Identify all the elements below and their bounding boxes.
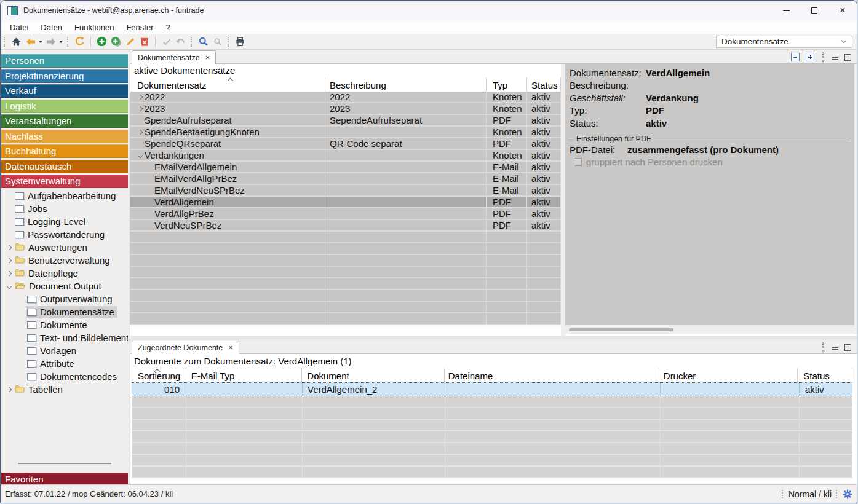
vertical-splitter[interactable]	[561, 64, 565, 336]
sidebar-item-datenpflege[interactable]: Datenpflege	[1, 267, 128, 280]
panel-menu-icon[interactable]	[820, 52, 825, 62]
doc-set-row-verdankungen[interactable]: VerdankungenKnotenaktiv	[130, 150, 561, 162]
menu-item-daten[interactable]: Daten	[34, 22, 68, 33]
chevron-right-icon[interactable]	[7, 270, 12, 275]
sidebar-section-datenaustausch[interactable]: Datenaustausch	[1, 160, 128, 173]
doc-set-row-spendeqrseparat[interactable]: SpendeQRseparatQR-Code separatPDFaktiv	[130, 138, 561, 150]
undo-button[interactable]	[173, 35, 188, 49]
sidebar-item-attribute[interactable]: Attribute	[1, 357, 128, 370]
sidebar-item-text-und-bildelemente[interactable]: Text- und Bildelemente	[1, 331, 128, 344]
confirm-button[interactable]	[159, 35, 173, 49]
back-dropdown-caret[interactable]	[39, 41, 42, 43]
context-selector[interactable]: Dokumentensätze	[716, 36, 852, 48]
toolbar-grip[interactable]	[191, 37, 193, 47]
chevron-down-icon[interactable]	[7, 283, 12, 288]
chevron-right-icon[interactable]	[138, 106, 143, 111]
add-button[interactable]	[95, 35, 109, 49]
detail-vscrollbar[interactable]	[854, 64, 857, 334]
assigned-document-row[interactable]: 010VerdAllgemein_2aktiv	[132, 382, 852, 396]
forward-button[interactable]	[44, 35, 58, 49]
sidebar-item-dokumente[interactable]: Dokumente	[1, 318, 128, 331]
doc-set-row-verdneusprbez[interactable]: VerdNeuSPrBezPDFaktiv	[130, 220, 561, 232]
doc-set-row-verdallgemein[interactable]: VerdAllgemeinPDFaktiv	[130, 197, 561, 208]
column-header-beschreibung[interactable]: Beschreibung	[325, 77, 487, 92]
doc-set-row-verdallgprbez[interactable]: VerdAllgPrBezPDFaktiv	[130, 208, 561, 220]
doc-set-row-emailverdneusprbez[interactable]: EMailVerdNeuSPrBezE-Mailaktiv	[130, 185, 561, 197]
panel-maximize-icon[interactable]	[844, 54, 851, 61]
print-button[interactable]	[233, 35, 247, 49]
menu-item-[interactable]: ?	[159, 22, 176, 33]
close-button[interactable]: ×	[828, 1, 857, 20]
collapse-all-icon[interactable]	[791, 53, 800, 61]
sidebar-item-outputverwaltung[interactable]: Outputverwaltung	[1, 293, 128, 305]
search-button[interactable]	[196, 35, 210, 49]
panel-menu-icon[interactable]	[820, 342, 825, 352]
doc-set-row-2023[interactable]: 20232023Knotenaktiv	[130, 103, 561, 115]
column-header-typ[interactable]: Typ	[487, 77, 527, 92]
expand-all-icon[interactable]	[806, 53, 814, 61]
column-header-dokumentensatz[interactable]: Dokumentensatz	[130, 77, 325, 92]
column-header-status[interactable]: Status	[798, 368, 852, 382]
sidebar-item-dokumentens-tze[interactable]: Dokumentensätze	[1, 305, 128, 318]
doc-set-row-spendebestaetigungknoten[interactable]: SpendeBestaetigungKnotenKnotenaktiv	[130, 127, 561, 138]
sidebar-section-buchhaltung[interactable]: Buchhaltung	[1, 144, 128, 158]
chevron-right-icon[interactable]	[138, 94, 143, 99]
minimize-button[interactable]	[772, 1, 800, 20]
sidebar-item-tabellen[interactable]: Tabellen	[1, 383, 128, 396]
column-header-status[interactable]: Status	[527, 77, 561, 92]
sidebar-item-aufgabenbearbeitung[interactable]: Aufgabenbearbeitung	[1, 189, 128, 202]
toolbar-grip[interactable]	[67, 37, 70, 47]
sidebar-splitter-handle[interactable]	[18, 463, 111, 464]
tab-dokumentensaetze[interactable]: Dokumentensätze ×	[132, 50, 216, 64]
sidebar-item-vorlagen[interactable]: Vorlagen	[1, 344, 128, 357]
doc-set-row-emailverdallgprbez[interactable]: EMailVerdAllgPrBezE-Mailaktiv	[130, 173, 561, 185]
doc-set-row-emailverdallgemein[interactable]: EMailVerdAllgemeinE-Mailaktiv	[130, 162, 561, 173]
sidebar-section-logistik[interactable]: Logistik	[1, 100, 128, 113]
tab-close-icon[interactable]: ×	[228, 343, 233, 352]
menu-item-datei[interactable]: Datei	[4, 22, 34, 33]
column-header-dateiname[interactable]: Dateiname	[445, 368, 659, 382]
add-copy-button[interactable]	[109, 35, 123, 49]
sidebar-item-jobs[interactable]: Jobs	[1, 202, 128, 215]
chevron-right-icon[interactable]	[7, 387, 12, 392]
chevron-right-icon[interactable]	[138, 129, 143, 134]
sidebar-section-veranstaltungen[interactable]: Veranstaltungen	[1, 114, 128, 128]
chevron-right-icon[interactable]	[7, 245, 12, 250]
column-header-e-mail-typ[interactable]: E-Mail Typ	[186, 368, 303, 382]
sidebar-section-nachlass[interactable]: Nachlass	[1, 130, 128, 143]
tab-close-icon[interactable]: ×	[205, 53, 210, 62]
sidebar-section-projektfinanzierung[interactable]: Projektfinanzierung	[1, 69, 128, 83]
sidebar-section-personen[interactable]: Personen	[1, 54, 128, 68]
panel-minimize-icon[interactable]	[832, 57, 838, 60]
delete-button[interactable]	[137, 35, 151, 49]
sidebar-section-systemverwaltung[interactable]: Systemverwaltung	[1, 175, 128, 188]
panel-maximize-icon[interactable]	[844, 344, 851, 351]
maximize-button[interactable]	[800, 1, 828, 20]
back-button[interactable]	[23, 35, 38, 49]
sidebar-item-dokumentencodes[interactable]: Dokumentencodes	[1, 370, 128, 383]
refresh-button[interactable]	[73, 35, 87, 49]
group-by-person-checkbox[interactable]	[574, 158, 582, 166]
menu-item-fenster[interactable]: Fenster	[120, 22, 159, 33]
doc-set-row-spendeaufrufseparat[interactable]: SpendeAufrufseparatSependeAufrufseparatP…	[130, 115, 561, 127]
scrollbar-thumb[interactable]	[569, 328, 673, 331]
sidebar-item-document-output[interactable]: Document Output	[1, 280, 128, 293]
detail-hscrollbar[interactable]	[565, 325, 854, 334]
sidebar-item-passwort-nderung[interactable]: Passwortänderung	[1, 228, 128, 241]
toolbar-grip[interactable]	[228, 37, 230, 47]
edit-button[interactable]	[123, 35, 137, 49]
toolbar-grip[interactable]	[4, 37, 6, 47]
search-secondary-button[interactable]	[210, 35, 224, 49]
settings-gear-icon[interactable]	[843, 489, 852, 499]
column-header-drucker[interactable]: Drucker	[659, 368, 798, 382]
home-button[interactable]	[9, 35, 23, 49]
doc-set-row-2022[interactable]: 20222022Knotenaktiv	[130, 92, 561, 103]
tab-zugeordnete-dokumente[interactable]: Zugeordnete Dokumente ×	[132, 341, 239, 354]
sidebar-section-verkauf[interactable]: Verkauf	[1, 84, 128, 98]
sidebar-item-auswertungen[interactable]: Auswertungen	[1, 241, 128, 254]
chevron-down-icon[interactable]	[138, 152, 143, 157]
panel-minimize-icon[interactable]	[832, 347, 838, 350]
chevron-right-icon[interactable]	[7, 258, 12, 262]
column-header-dokument[interactable]: Dokument	[302, 368, 444, 382]
sidebar-item-benutzerverwaltung[interactable]: Benutzerverwaltung	[1, 254, 128, 267]
